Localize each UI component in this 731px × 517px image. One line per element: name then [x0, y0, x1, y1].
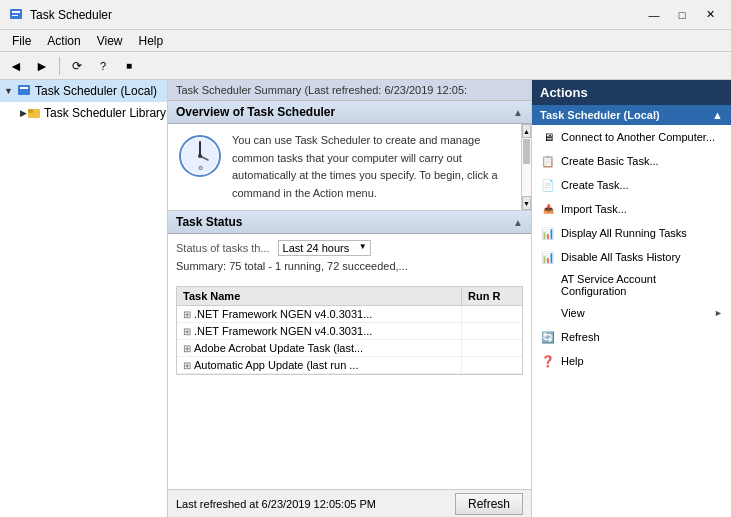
task-run-0 — [462, 306, 522, 322]
import-icon: 📥 — [540, 201, 556, 217]
overview-content: ⚙ You can use Task Scheduler to create a… — [168, 124, 521, 210]
overview-section: Overview of Task Scheduler ▲ — [168, 101, 531, 211]
action-display-running[interactable]: 📊 Display All Running Tasks — [532, 221, 731, 245]
center-header: Task Scheduler Summary (Last refreshed: … — [168, 80, 531, 101]
task-name-3: Automatic App Update (last run ... — [194, 359, 358, 371]
action-view-label: View — [561, 307, 585, 319]
overview-header[interactable]: Overview of Task Scheduler ▲ — [168, 101, 531, 124]
menu-view[interactable]: View — [89, 32, 131, 50]
tree-label-library: Task Scheduler Library — [44, 106, 166, 120]
tree-arrow-library: ▶ — [20, 108, 27, 118]
view-icon — [540, 305, 556, 321]
window-controls: — □ ✕ — [641, 4, 723, 26]
connect-icon: 🖥 — [540, 129, 556, 145]
create-basic-icon: 📋 — [540, 153, 556, 169]
close-button[interactable]: ✕ — [697, 4, 723, 26]
task-cell-name-0: ⊞ .NET Framework NGEN v4.0.3031... — [177, 306, 462, 322]
create-task-icon: 📄 — [540, 177, 556, 193]
task-expand-icon-0: ⊞ — [183, 309, 191, 320]
table-row[interactable]: ⊞ Adobe Acrobat Update Task (last... — [177, 340, 522, 357]
overview-title: Overview of Task Scheduler — [176, 105, 335, 119]
toolbar-extra[interactable]: ■ — [117, 55, 141, 77]
action-at-service[interactable]: AT Service Account Configuration — [532, 269, 731, 301]
toolbar-forward[interactable]: ► — [30, 55, 54, 77]
svg-rect-4 — [20, 87, 28, 89]
actions-group-header[interactable]: Task Scheduler (Local) ▲ — [532, 105, 731, 125]
status-summary: Summary: 75 total - 1 running, 72 succee… — [176, 260, 523, 272]
actions-panel: Actions Task Scheduler (Local) ▲ 🖥 Conne… — [531, 80, 731, 517]
action-at-service-label: AT Service Account Configuration — [561, 273, 723, 297]
svg-rect-3 — [18, 85, 30, 95]
action-create-basic-label: Create Basic Task... — [561, 155, 659, 167]
svg-rect-2 — [12, 15, 18, 16]
status-body: Status of tasks th... Last 24 hours Last… — [168, 234, 531, 282]
task-expand-icon-2: ⊞ — [183, 343, 191, 354]
main-area: ▼ Task Scheduler (Local) ▶ Task Schedule… — [0, 80, 731, 517]
col-run-result: Run R — [462, 287, 522, 305]
menu-file[interactable]: File — [4, 32, 39, 50]
actions-group-collapse: ▲ — [712, 109, 723, 121]
action-help-icon: ❓ — [540, 353, 556, 369]
overview-scrollbar: ▲ ▼ — [521, 124, 531, 210]
toolbar: ◄ ► ⟳ ? ■ — [0, 52, 731, 80]
action-refresh-label: Refresh — [561, 331, 600, 343]
action-create-basic[interactable]: 📋 Create Basic Task... — [532, 149, 731, 173]
action-help[interactable]: ❓ Help — [532, 349, 731, 373]
overview-expand-icon: ▲ — [513, 107, 523, 118]
task-expand-icon-3: ⊞ — [183, 360, 191, 371]
action-view[interactable]: View ► — [532, 301, 731, 325]
menu-action[interactable]: Action — [39, 32, 88, 50]
scroll-up-arrow[interactable]: ▲ — [522, 124, 531, 138]
scroll-down-arrow[interactable]: ▼ — [522, 196, 531, 210]
task-run-3 — [462, 357, 522, 373]
table-row[interactable]: ⊞ .NET Framework NGEN v4.0.3031... — [177, 323, 522, 340]
view-submenu-arrow: ► — [714, 308, 723, 318]
action-disable-history[interactable]: 📊 Disable All Tasks History — [532, 245, 731, 269]
maximize-button[interactable]: □ — [669, 4, 695, 26]
filter-dropdown-wrapper: Last 24 hours Last hour Last week Last m… — [278, 240, 371, 256]
action-refresh[interactable]: 🔄 Refresh — [532, 325, 731, 349]
disable-history-icon: 📊 — [540, 249, 556, 265]
table-row[interactable]: ⊞ .NET Framework NGEN v4.0.3031... — [177, 306, 522, 323]
toolbar-separator — [59, 57, 60, 75]
tree-label-local: Task Scheduler (Local) — [35, 84, 157, 98]
action-connect[interactable]: 🖥 Connect to Another Computer... — [532, 125, 731, 149]
toolbar-back[interactable]: ◄ — [4, 55, 28, 77]
status-filter-row: Status of tasks th... Last 24 hours Last… — [176, 240, 523, 256]
tree-panel: ▼ Task Scheduler (Local) ▶ Task Schedule… — [0, 80, 168, 517]
task-name-0: .NET Framework NGEN v4.0.3031... — [194, 308, 372, 320]
svg-text:⚙: ⚙ — [198, 165, 203, 171]
display-running-icon: 📊 — [540, 225, 556, 241]
filter-dropdown[interactable]: Last 24 hours Last hour Last week Last m… — [278, 240, 371, 256]
action-connect-label: Connect to Another Computer... — [561, 131, 715, 143]
toolbar-help[interactable]: ? — [91, 55, 115, 77]
table-row[interactable]: ⊞ Automatic App Update (last run ... — [177, 357, 522, 374]
action-disable-history-label: Disable All Tasks History — [561, 251, 681, 263]
action-help-label: Help — [561, 355, 584, 367]
center-panel: Task Scheduler Summary (Last refreshed: … — [168, 80, 531, 517]
action-display-running-label: Display All Running Tasks — [561, 227, 687, 239]
task-status-header[interactable]: Task Status ▲ — [168, 211, 531, 234]
menu-help[interactable]: Help — [131, 32, 172, 50]
action-import[interactable]: 📥 Import Task... — [532, 197, 731, 221]
overview-body-wrap: ⚙ You can use Task Scheduler to create a… — [168, 124, 531, 210]
task-cell-name-1: ⊞ .NET Framework NGEN v4.0.3031... — [177, 323, 462, 339]
app-icon — [8, 7, 24, 23]
action-refresh-icon: 🔄 — [540, 329, 556, 345]
col-task-name: Task Name — [177, 287, 462, 305]
toolbar-refresh[interactable]: ⟳ — [65, 55, 89, 77]
task-table: Task Name Run R ⊞ .NET Framework NGEN v4… — [176, 286, 523, 375]
task-name-1: .NET Framework NGEN v4.0.3031... — [194, 325, 372, 337]
task-status-expand-icon: ▲ — [513, 217, 523, 228]
minimize-button[interactable]: — — [641, 4, 667, 26]
title-bar: Task Scheduler — □ ✕ — [0, 0, 731, 30]
svg-point-11 — [198, 154, 202, 158]
action-create-task[interactable]: 📄 Create Task... — [532, 173, 731, 197]
tree-item-library[interactable]: ▶ Task Scheduler Library — [0, 102, 167, 124]
scheduler-icon — [16, 83, 32, 99]
scroll-thumb — [523, 139, 530, 164]
clock-icon: ⚙ — [176, 132, 224, 180]
tree-item-local[interactable]: ▼ Task Scheduler (Local) — [0, 80, 167, 102]
refresh-button[interactable]: Refresh — [455, 493, 523, 515]
bottom-bar: Last refreshed at 6/23/2019 12:05:05 PM … — [168, 489, 531, 517]
